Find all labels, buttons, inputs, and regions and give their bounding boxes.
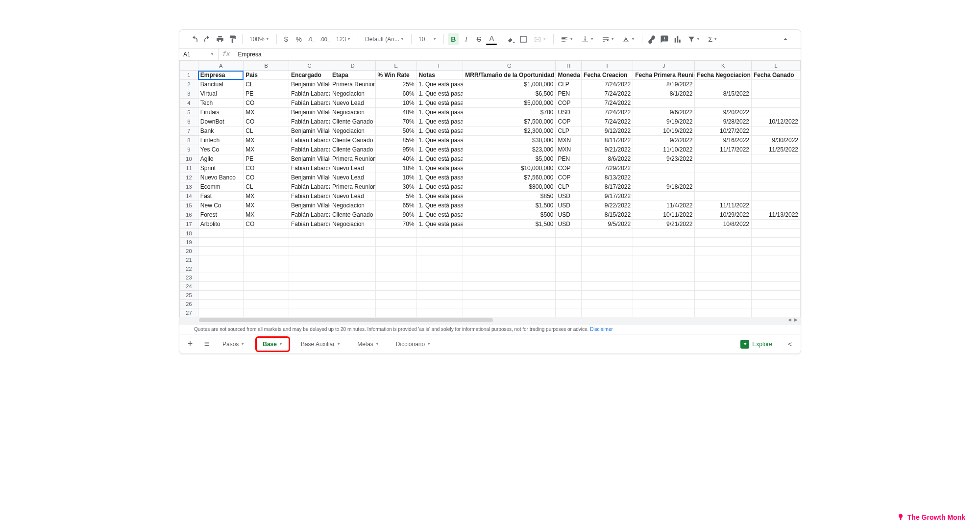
cell[interactable]: 10/29/2022 xyxy=(695,210,752,220)
cell[interactable]: 85% xyxy=(375,136,416,145)
cell[interactable] xyxy=(289,238,330,247)
cell[interactable] xyxy=(582,255,633,264)
zoom-select[interactable]: 100%▼ xyxy=(246,36,272,43)
cell[interactable]: MX xyxy=(244,201,289,210)
cell[interactable]: 9/5/2022 xyxy=(582,220,633,229)
cell[interactable]: 70% xyxy=(375,117,416,126)
cell[interactable]: Fabián Labarca xyxy=(289,192,330,201)
cell[interactable]: Benjamin Villalol xyxy=(289,80,330,89)
cell[interactable]: 8/17/2022 xyxy=(582,182,633,192)
cell[interactable]: 9/17/2022 xyxy=(582,192,633,201)
scrollbar-thumb[interactable] xyxy=(199,318,493,322)
row-header[interactable]: 5 xyxy=(180,108,198,117)
cell[interactable] xyxy=(330,273,375,282)
cell[interactable] xyxy=(752,220,801,229)
cell[interactable]: 11/17/2022 xyxy=(695,145,752,154)
cell[interactable] xyxy=(416,282,463,291)
cell[interactable]: 60% xyxy=(375,89,416,99)
collapse-sidebar-button[interactable]: < xyxy=(784,340,796,348)
cell[interactable] xyxy=(556,247,582,255)
cell[interactable] xyxy=(330,300,375,308)
cell[interactable]: USD xyxy=(556,201,582,210)
cell[interactable]: 8/15/2022 xyxy=(695,89,752,99)
cell[interactable] xyxy=(695,308,752,317)
cell[interactable] xyxy=(416,238,463,247)
cell[interactable] xyxy=(463,255,556,264)
cell[interactable]: Benjamin Villalol xyxy=(289,154,330,164)
cell[interactable]: CL xyxy=(244,182,289,192)
cell[interactable]: COP xyxy=(556,173,582,182)
cell[interactable] xyxy=(633,99,695,108)
cell[interactable] xyxy=(330,308,375,317)
cell[interactable]: 7/24/2022 xyxy=(582,99,633,108)
row-header[interactable]: 25 xyxy=(180,291,198,300)
row-header[interactable]: 27 xyxy=(180,308,198,317)
cell[interactable]: 9/16/2022 xyxy=(695,136,752,145)
cell[interactable] xyxy=(752,80,801,89)
cell[interactable] xyxy=(198,229,244,238)
cell[interactable] xyxy=(244,282,289,291)
borders-icon[interactable] xyxy=(518,33,529,45)
column-header-I[interactable]: I xyxy=(582,61,633,71)
cell[interactable] xyxy=(198,273,244,282)
cell[interactable]: 10/8/2022 xyxy=(695,220,752,229)
select-all-corner[interactable] xyxy=(180,61,198,71)
column-header-K[interactable]: K xyxy=(695,61,752,71)
cell[interactable]: 8/1/2022 xyxy=(633,89,695,99)
cell[interactable]: $5,000,000 xyxy=(463,99,556,108)
cell[interactable]: $10,000,000 xyxy=(463,164,556,173)
cell[interactable] xyxy=(633,247,695,255)
cell[interactable] xyxy=(198,247,244,255)
cell[interactable]: 9/22/2022 xyxy=(582,201,633,210)
column-header-L[interactable]: L xyxy=(752,61,801,71)
cell[interactable] xyxy=(695,264,752,273)
cell[interactable] xyxy=(752,291,801,300)
cell[interactable] xyxy=(463,282,556,291)
font-size-select[interactable]: 10▼ xyxy=(416,36,440,43)
paint-format-icon[interactable] xyxy=(227,33,238,45)
cell[interactable] xyxy=(375,282,416,291)
cell[interactable]: CLP xyxy=(556,182,582,192)
cell[interactable] xyxy=(752,99,801,108)
cell[interactable]: 11/11/2022 xyxy=(695,201,752,210)
cell[interactable] xyxy=(582,238,633,247)
cell[interactable] xyxy=(556,238,582,247)
cell[interactable] xyxy=(556,264,582,273)
cell[interactable] xyxy=(752,154,801,164)
cell[interactable]: Benjamin Villalol xyxy=(289,126,330,136)
cell[interactable] xyxy=(244,229,289,238)
cell[interactable]: Primera Reunion xyxy=(330,154,375,164)
cell[interactable]: 8/15/2022 xyxy=(582,210,633,220)
cell[interactable] xyxy=(752,192,801,201)
cell[interactable]: Forest xyxy=(198,210,244,220)
row-header[interactable]: 22 xyxy=(180,264,198,273)
text-color-button[interactable]: A xyxy=(486,33,497,45)
cell[interactable]: Tech xyxy=(198,99,244,108)
cell[interactable] xyxy=(752,89,801,99)
merge-cells-button[interactable]: ▼ xyxy=(531,35,549,43)
row-header[interactable]: 13 xyxy=(180,182,198,192)
cell[interactable] xyxy=(556,273,582,282)
cell[interactable]: 10% xyxy=(375,173,416,182)
cell[interactable] xyxy=(695,273,752,282)
cell[interactable]: 8/6/2022 xyxy=(582,154,633,164)
cell[interactable]: 90% xyxy=(375,210,416,220)
cell[interactable] xyxy=(416,255,463,264)
cell[interactable]: 1. Que está pasa xyxy=(416,173,463,182)
cell[interactable]: 95% xyxy=(375,145,416,154)
cell[interactable] xyxy=(695,282,752,291)
cell[interactable]: CL xyxy=(244,80,289,89)
cell[interactable]: Cliente Ganado xyxy=(330,136,375,145)
row-header[interactable]: 20 xyxy=(180,247,198,255)
cell[interactable]: Fast xyxy=(198,192,244,201)
cell[interactable]: $7,500,000 xyxy=(463,117,556,126)
cell[interactable] xyxy=(582,308,633,317)
cell[interactable]: MX xyxy=(244,192,289,201)
cell[interactable]: PEN xyxy=(556,89,582,99)
cell[interactable] xyxy=(289,291,330,300)
row-header[interactable]: 9 xyxy=(180,145,198,154)
cell[interactable] xyxy=(633,192,695,201)
cell[interactable]: MX xyxy=(244,145,289,154)
cell[interactable]: 9/6/2022 xyxy=(633,108,695,117)
cell[interactable] xyxy=(752,255,801,264)
